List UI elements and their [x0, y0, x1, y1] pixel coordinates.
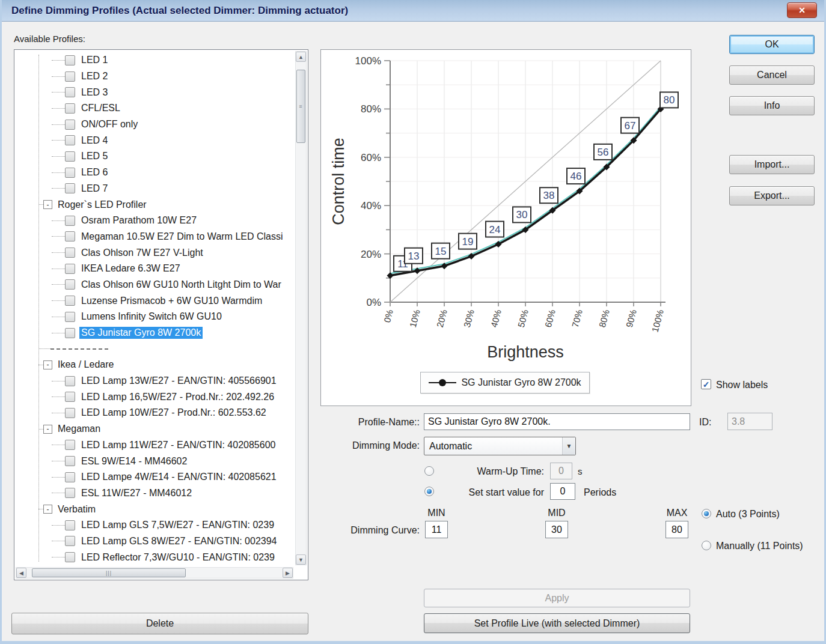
scroll-left-icon[interactable]: ◀ — [16, 568, 26, 578]
start-value-field[interactable] — [550, 483, 575, 500]
tree-item[interactable]: Clas Ohlson 7W E27 V-Light — [14, 245, 292, 261]
title-bar[interactable]: Define Dimming Profiles (Actual selected… — [2, 0, 824, 22]
collapse-icon[interactable]: - — [43, 505, 52, 514]
tree-item[interactable]: ON/OFF only — [14, 117, 292, 133]
profile-checkbox[interactable] — [65, 168, 75, 178]
tree-item[interactable]: LED Lamp 11W/E27 - EAN/GTIN: 402085600 — [14, 437, 292, 454]
dimming-curve-chart: 0%20%40%60%80%100%0%10%20%30%40%50%60%70… — [320, 49, 691, 406]
profile-checkbox[interactable] — [65, 520, 75, 530]
tree-group[interactable]: -Verbatim — [14, 501, 292, 517]
profile-checkbox[interactable] — [65, 472, 75, 482]
delete-button[interactable]: Delete — [11, 613, 308, 634]
tree-hscroll-thumb[interactable]: ||| — [32, 568, 186, 577]
scroll-right-icon[interactable]: ▶ — [283, 568, 293, 578]
profile-checkbox[interactable] — [65, 248, 75, 258]
tree-item[interactable]: CFL/ESL — [14, 100, 292, 117]
tree-item[interactable]: LED Lamp GLS 7,5W/E27 - EAN/GTIN: 0239 — [14, 517, 292, 533]
profile-checkbox[interactable] — [65, 440, 75, 450]
tree-horizontal-scrollbar[interactable]: ◀ ||| ▶ — [16, 567, 293, 579]
tree-item[interactable]: LED Lamp 13W/E27 - EAN/GTIN: 405566901 — [14, 373, 292, 389]
tree-item[interactable]: LED Lamp 16,5W/E27 - Prod.Nr.: 202.492.2… — [14, 389, 292, 405]
tree-item[interactable]: Clas Ohlson 6W GU10 North Litght Dim to … — [14, 277, 292, 293]
profile-checkbox[interactable] — [65, 135, 75, 145]
tree-item-label: LED 3 — [79, 87, 109, 99]
ok-button[interactable]: OK — [729, 35, 815, 54]
profile-checkbox[interactable] — [65, 71, 75, 82]
close-button[interactable]: ✕ — [787, 2, 817, 18]
tree-vertical-scrollbar[interactable]: ▲ ≡ ▼ — [295, 51, 307, 565]
profile-checkbox[interactable] — [65, 264, 75, 274]
dimming-curve-max-field[interactable] — [665, 521, 688, 538]
tree-item-label: CFL/ESL — [79, 102, 122, 114]
tree-item[interactable]: LED Lamp GLS 8W/E27 - EAN/GTIN: 002394 — [14, 533, 292, 550]
apply-button[interactable]: Apply — [424, 589, 690, 607]
set-profile-live-button[interactable]: Set Profile Live (with selected Dimmer) — [424, 613, 690, 633]
tree-item[interactable]: LED 7 — [14, 181, 292, 197]
profile-checkbox[interactable] — [65, 392, 75, 402]
profiles-tree[interactable]: LED 1LED 2LED 3CFL/ESLON/OFF onlyLED 4LE… — [14, 49, 308, 580]
profile-checkbox[interactable] — [65, 328, 75, 338]
tree-item[interactable]: LED 3 — [14, 84, 292, 100]
tree-group[interactable]: -Roger`s LED Profiler — [14, 196, 292, 213]
profile-checkbox[interactable] — [65, 408, 75, 418]
tree-item[interactable]: LED Reflector 7,3W/GU10 - EAN/GTIN: 0239 — [14, 549, 292, 565]
profile-checkbox[interactable] — [65, 536, 75, 546]
profile-checkbox[interactable] — [65, 87, 75, 97]
tree-item[interactable]: LED Lampe 4W/E14 - EAN/GTIN: 402085621 — [14, 469, 292, 485]
collapse-icon[interactable]: - — [43, 200, 52, 209]
tree-item[interactable]: SG Junistar Gyro 8W 2700k — [14, 325, 292, 341]
profile-checkbox[interactable] — [65, 120, 75, 130]
dialog-title: Define Dimming Profiles (Actual selected… — [11, 5, 348, 17]
profile-checkbox[interactable] — [65, 55, 75, 65]
scroll-down-icon[interactable]: ▼ — [296, 554, 306, 565]
profile-checkbox[interactable] — [65, 456, 75, 466]
collapse-icon[interactable]: - — [43, 360, 52, 369]
tree-item[interactable]: LED 5 — [14, 148, 292, 165]
dimming-curve-mid-field[interactable] — [545, 521, 568, 538]
tree-item[interactable]: Osram Parathom 10W E27 — [14, 213, 292, 229]
profile-checkbox[interactable] — [65, 279, 75, 290]
profile-name-input[interactable] — [424, 413, 690, 430]
tree-item[interactable]: IKEA Ledare 6.3W E27 — [14, 261, 292, 277]
tree-item[interactable]: ESL 11W/E27 - MM46012 — [14, 485, 292, 502]
info-button[interactable]: Info — [729, 96, 815, 115]
auto-points-radio[interactable] — [702, 509, 711, 518]
profile-checkbox[interactable] — [65, 231, 75, 242]
tree-item[interactable]: LED 4 — [14, 132, 292, 148]
tree-item-label: LED Lamp 13W/E27 - EAN/GTIN: 405566901 — [79, 375, 278, 387]
tree-item[interactable]: Megaman 10.5W E27 Dim to Warm LED Classi — [14, 229, 292, 245]
profile-checkbox[interactable] — [65, 312, 75, 322]
dimming-mode-select[interactable]: Automatic ▼ — [424, 437, 576, 455]
profile-checkbox[interactable] — [65, 183, 75, 193]
manual-points-radio[interactable] — [702, 541, 711, 550]
import-button[interactable]: Import... — [729, 155, 815, 174]
show-labels-checkbox[interactable]: ✓ — [701, 379, 711, 389]
tree-item[interactable]: LED 6 — [14, 165, 292, 181]
tree-item[interactable]: LED Lamp 10W/E27 - Prod.Nr.: 602.553.62 — [14, 405, 292, 421]
profile-checkbox[interactable] — [65, 216, 75, 226]
tree-vscroll-thumb[interactable]: ≡ — [296, 70, 305, 143]
svg-text:60%: 60% — [543, 308, 557, 328]
warmup-radio[interactable] — [424, 466, 434, 476]
profile-checkbox[interactable] — [65, 296, 75, 306]
tree-item[interactable]: Luzense Prismacob + 6W GU10 Warmdim — [14, 293, 292, 309]
export-button[interactable]: Export... — [729, 186, 815, 205]
profile-checkbox[interactable] — [65, 376, 75, 386]
collapse-icon[interactable]: - — [43, 425, 52, 434]
tree-group[interactable]: -Megaman — [14, 421, 292, 437]
tree-item[interactable]: LED 1 — [14, 52, 292, 68]
profile-checkbox[interactable] — [65, 552, 75, 562]
profile-checkbox[interactable] — [65, 103, 75, 114]
dimming-curve-min-field[interactable] — [425, 521, 448, 538]
tree-item[interactable]: Lumens Infinity Switch 6W GU10 — [14, 309, 292, 325]
scroll-up-icon[interactable]: ▲ — [296, 52, 306, 62]
start-value-radio[interactable] — [424, 487, 434, 496]
svg-text:40%: 40% — [361, 200, 381, 211]
profile-checkbox[interactable] — [65, 488, 75, 498]
profile-checkbox[interactable] — [65, 151, 75, 162]
tree-item[interactable]: LED 2 — [14, 68, 292, 85]
tree-group[interactable]: -Ikea / Ledare — [14, 357, 292, 373]
cancel-button[interactable]: Cancel — [729, 65, 815, 85]
tree-item[interactable]: ESL 9W/E14 - MM46602 — [14, 453, 292, 469]
chart-canvas: 0%20%40%60%80%100%0%10%20%30%40%50%60%70… — [321, 50, 691, 406]
